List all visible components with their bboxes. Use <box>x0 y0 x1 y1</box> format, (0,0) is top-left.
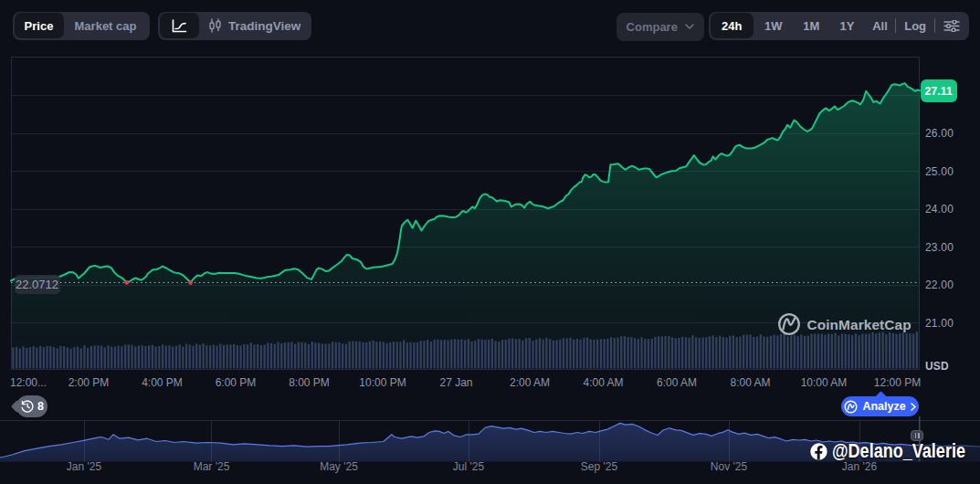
svg-text:CoinMarketCap: CoinMarketCap <box>807 317 912 332</box>
